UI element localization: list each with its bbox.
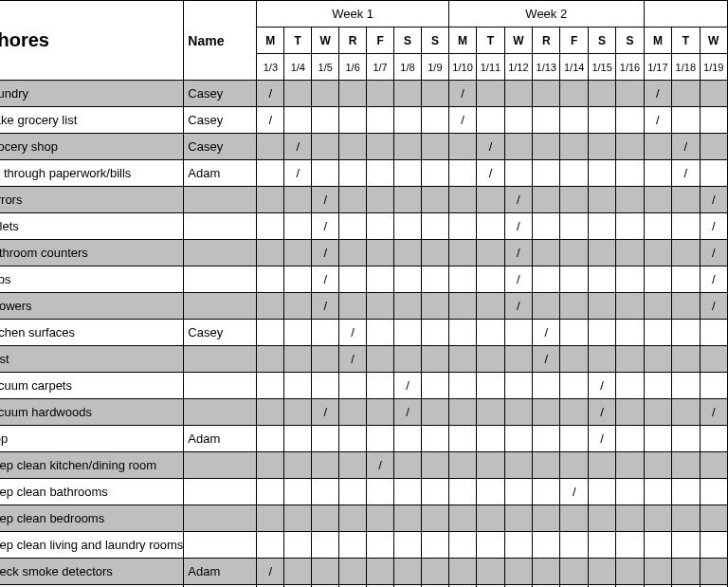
cell-day: / (339, 320, 367, 346)
cell-day (504, 107, 532, 134)
cell-day (257, 160, 284, 187)
cell-day (421, 81, 448, 107)
cell-day (644, 373, 671, 399)
table-row: Showers/// (0, 293, 728, 320)
header-dow: T (284, 28, 312, 54)
cell-day (616, 505, 644, 532)
cell-day (448, 399, 476, 426)
cell-day (448, 346, 476, 373)
cell-day (477, 240, 504, 266)
cell-day (421, 160, 448, 187)
cell-day (339, 399, 367, 426)
cell-day (257, 266, 284, 293)
cell-chore: Laundry (0, 81, 184, 107)
cell-day (533, 266, 560, 293)
viewport: Chores Name Week 1 Week 2 MTWRFSSMTWRFSS… (0, 0, 728, 587)
cell-name (184, 505, 257, 532)
cell-day (284, 81, 312, 107)
cell-day (367, 160, 394, 187)
cell-day (394, 107, 422, 134)
header-date: 1/6 (339, 54, 367, 81)
cell-day (339, 559, 367, 585)
cell-name: Casey (184, 320, 257, 346)
cell-day (533, 107, 560, 134)
table-row: Deep clean bathrooms/ (0, 479, 728, 505)
header-date: 1/12 (504, 54, 532, 81)
header-date: 1/8 (394, 54, 422, 81)
cell-day (672, 399, 700, 426)
cell-day (533, 559, 560, 585)
cell-day (700, 479, 727, 505)
cell-day (257, 240, 284, 266)
cell-day: / (672, 134, 700, 160)
header-dow: T (672, 28, 700, 54)
cell-day (257, 213, 284, 240)
cell-chore: Vacuum carpets (0, 373, 184, 399)
cell-day (339, 479, 367, 505)
cell-day (560, 320, 588, 346)
cell-day: / (700, 240, 727, 266)
cell-day (421, 213, 448, 240)
cell-day (504, 399, 532, 426)
cell-day (672, 240, 700, 266)
cell-day: / (339, 346, 367, 373)
header-date: 1/5 (312, 54, 339, 81)
table-row: Vacuum carpets// (0, 373, 728, 399)
cell-chore: Deep clean kitchen/dining room (0, 452, 184, 479)
cell-day (284, 373, 312, 399)
cell-day: / (588, 426, 615, 452)
cell-day (367, 559, 394, 585)
cell-day (588, 479, 615, 505)
cell-day (477, 187, 504, 213)
cell-day (644, 532, 671, 559)
cell-name (184, 240, 257, 266)
cell-day (644, 293, 671, 320)
cell-chore: Mirrors (0, 187, 184, 213)
cell-day (421, 532, 448, 559)
cell-day: / (644, 107, 671, 134)
cell-name (184, 532, 257, 559)
cell-day (448, 532, 476, 559)
cell-day: / (284, 160, 312, 187)
cell-day (367, 479, 394, 505)
table-row: Kitchen surfacesCasey// (0, 320, 728, 346)
cell-day (672, 532, 700, 559)
cell-day (477, 107, 504, 134)
cell-day (672, 187, 700, 213)
cell-day (533, 373, 560, 399)
cell-day (421, 399, 448, 426)
cell-day: / (477, 160, 504, 187)
cell-day (339, 373, 367, 399)
cell-chore: Dust (0, 346, 184, 373)
header-date: 1/7 (367, 54, 394, 81)
cell-day (672, 559, 700, 585)
cell-day (700, 452, 727, 479)
cell-day (588, 81, 615, 107)
cell-day (448, 320, 476, 346)
cell-day (504, 479, 532, 505)
cell-day (644, 240, 671, 266)
header-dow: R (339, 28, 367, 54)
cell-day (257, 293, 284, 320)
cell-day (448, 213, 476, 240)
cell-day (616, 426, 644, 452)
header-dow: M (257, 28, 284, 54)
cell-day: / (312, 399, 339, 426)
cell-day (588, 213, 615, 240)
cell-day (672, 479, 700, 505)
table-row: Check smoke detectorsAdam/ (0, 559, 728, 585)
header-dow: W (312, 28, 339, 54)
cell-day (644, 320, 671, 346)
cell-day (312, 81, 339, 107)
cell-day (367, 320, 394, 346)
cell-day (560, 213, 588, 240)
cell-day (672, 426, 700, 452)
cell-day (312, 134, 339, 160)
cell-chore: Deep clean living and laundry rooms (0, 532, 184, 559)
cell-day (477, 505, 504, 532)
cell-day (312, 479, 339, 505)
cell-chore: Check smoke detectors (0, 559, 184, 585)
cell-day: / (257, 107, 284, 134)
cell-day (672, 266, 700, 293)
cell-day (394, 160, 422, 187)
